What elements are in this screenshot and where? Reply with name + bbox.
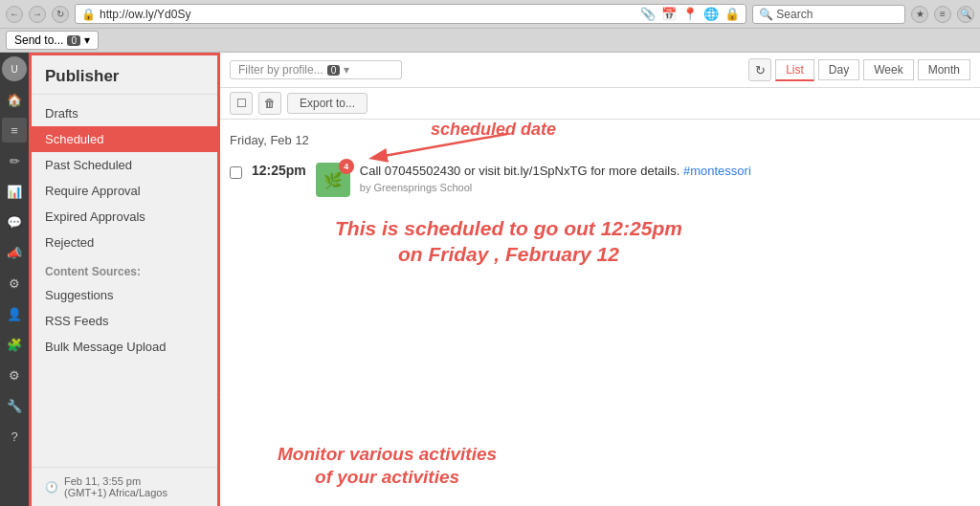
sidebar-item-bulk-message-upload[interactable]: Bulk Message Upload [32, 334, 217, 360]
sidebar-home-icon[interactable]: 🏠 [2, 87, 27, 112]
sidebar-item-scheduled[interactable]: Scheduled [32, 126, 217, 152]
filter-badge: 0 [327, 65, 341, 76]
sidebar-tools-icon[interactable]: 🔧 [2, 393, 27, 418]
message-hashtag[interactable]: #montessori [683, 164, 751, 178]
forward-button[interactable]: → [29, 6, 46, 23]
view-month-button[interactable]: Month [918, 59, 970, 80]
sidebar-item-past-scheduled[interactable]: Past Scheduled [32, 152, 217, 178]
footer-date: Feb 11, 3:55 pm [64, 475, 167, 487]
browser-toolbar: Send to... 0 ▾ [0, 28, 980, 52]
annotation-monitor-text: Monitor various activitiesof your activi… [278, 443, 497, 490]
sidebar-nav: Drafts Scheduled Past Scheduled Require … [32, 95, 217, 467]
item-author: by Greensprings School [360, 182, 970, 193]
send-badge: 0 [67, 35, 80, 46]
menu-button[interactable]: ≡ [934, 6, 951, 23]
sidebar-puzzle-icon[interactable]: 🧩 [2, 332, 27, 357]
sidebar-contacts-icon[interactable]: 👤 [2, 301, 27, 326]
attachment-icon: 📎 [640, 7, 656, 21]
sidebar-item-require-approval[interactable]: Require Approval [32, 178, 217, 204]
refresh-button[interactable]: ↻ [748, 58, 771, 81]
filter-bar[interactable]: Filter by profile... 0 ▾ [230, 60, 402, 79]
view-week-button[interactable]: Week [863, 59, 913, 80]
send-dropdown-icon: ▾ [84, 33, 90, 47]
content-sources-label: Content Sources: [32, 255, 217, 282]
sidebar-analytics-icon[interactable]: 📊 [2, 179, 27, 204]
main-content: Filter by profile... 0 ▾ ↻ List Day Week… [220, 53, 980, 506]
reload-button[interactable]: ↻ [52, 6, 69, 23]
privacy-icon: 🌐 [703, 7, 719, 21]
browser-chrome: ← → ↻ 🔒 http://ow.ly/Yd0Sy 📎 📅 📍 🌐 🔒 🔍 S… [0, 0, 980, 53]
app-body: U 🏠 ≡ ✏ 📊 💬 📣 ⚙ 👤 🧩 ⚙ 🔧 ? Publisher Draf… [0, 53, 980, 506]
secure-icon: 🔒 [724, 7, 740, 21]
sidebar-item-rss-feeds[interactable]: RSS Feeds [32, 308, 217, 334]
clock-icon: 🕐 [45, 481, 58, 494]
filter-placeholder: Filter by profile... [238, 63, 323, 77]
delete-button[interactable]: 🗑 [258, 92, 281, 115]
sidebar-item-expired-approvals[interactable]: Expired Approvals [32, 204, 217, 230]
icon-sidebar: U 🏠 ≡ ✏ 📊 💬 📣 ⚙ 👤 🧩 ⚙ 🔧 ? [0, 53, 29, 506]
footer-timezone: (GMT+1) Africa/Lagos [64, 487, 167, 498]
publisher-title: Publisher [32, 55, 217, 95]
url-bar[interactable]: 🔒 http://ow.ly/Yd0Sy 📎 📅 📍 🌐 🔒 [75, 4, 746, 24]
monitor-arrow [220, 375, 287, 451]
sidebar-settings-icon[interactable]: ⚙ [2, 363, 27, 387]
location-icon: 📍 [682, 7, 698, 21]
calendar-icon: 📅 [661, 7, 677, 21]
lock-icon: 🔒 [81, 8, 96, 21]
scheduled-item: 12:25pm 🌿 4 Call 07045502430 or visit bi… [230, 155, 970, 205]
user-avatar[interactable]: U [2, 56, 27, 81]
content-area: Friday, Feb 12 12:25pm 🌿 4 Call 07045502… [220, 120, 980, 506]
sidebar-apps-icon[interactable]: ⚙ [2, 271, 27, 296]
content-toolbar: Filter by profile... 0 ▾ ↻ List Day Week… [220, 53, 980, 88]
action-bar: ☐ 🗑 Export to... [220, 88, 980, 120]
sidebar-stream-icon[interactable]: ≡ [2, 118, 27, 143]
item-time: 12:25pm [252, 163, 306, 178]
url-text: http://ow.ly/Yd0Sy [100, 8, 636, 21]
browser-nav: ← → ↻ 🔒 http://ow.ly/Yd0Sy 📎 📅 📍 🌐 🔒 🔍 S… [0, 0, 980, 28]
sidebar-campaigns-icon[interactable]: 📣 [2, 240, 27, 265]
filter-dropdown-icon: ▾ [344, 63, 349, 77]
export-button[interactable]: Export to... [287, 93, 368, 114]
back-button[interactable]: ← [6, 6, 23, 23]
item-avatar: 🌿 4 [316, 163, 350, 197]
item-message: Call 07045502430 or visit bit.ly/1SpNxTG… [360, 163, 970, 180]
view-list-button[interactable]: List [775, 59, 814, 81]
publisher-sidebar: Publisher Drafts Scheduled Past Schedule… [29, 53, 220, 506]
url-icons: 📎 📅 📍 🌐 🔒 [640, 7, 740, 21]
checkbox-all[interactable]: ☐ [230, 92, 253, 115]
sidebar-item-suggestions[interactable]: Suggestions [32, 282, 217, 308]
sidebar-item-drafts[interactable]: Drafts [32, 100, 217, 126]
date-header: Friday, Feb 12 [230, 129, 970, 155]
sidebar-item-rejected[interactable]: Rejected [32, 230, 217, 255]
send-to-control[interactable]: Send to... 0 ▾ [6, 31, 99, 50]
avatar-badge: 4 [339, 159, 354, 174]
item-content: Call 07045502430 or visit bit.ly/1SpNxTG… [360, 163, 970, 193]
view-controls: ↻ List Day Week Month [748, 58, 970, 81]
sidebar-engage-icon[interactable]: 💬 [2, 209, 27, 234]
search-icon-btn[interactable]: 🔍 [957, 6, 974, 23]
message-text: Call 07045502430 or visit bit.ly/1SpNxTG… [360, 164, 680, 178]
send-to-label: Send to... [14, 33, 63, 47]
sidebar-help-icon[interactable]: ? [2, 424, 27, 449]
annotation-main-text: This is scheduled to go out 12:25pmon Fr… [335, 215, 682, 268]
search-bar[interactable]: 🔍 Search [752, 5, 905, 24]
item-checkbox[interactable] [230, 166, 242, 179]
sidebar-compose-icon[interactable]: ✏ [2, 148, 27, 173]
sidebar-footer: 🕐 Feb 11, 3:55 pm (GMT+1) Africa/Lagos [32, 467, 217, 506]
bookmark-button[interactable]: ★ [911, 6, 928, 23]
view-day-button[interactable]: Day [818, 59, 859, 80]
